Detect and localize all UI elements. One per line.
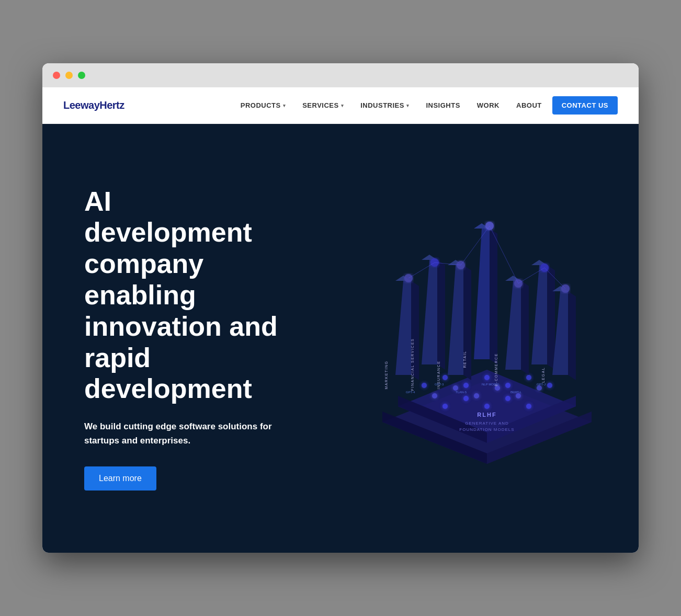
svg-marker-43 bbox=[505, 281, 521, 370]
svg-marker-51 bbox=[568, 291, 576, 380]
hero-visualization: RLHF GENERATIVE AND FOUNDATION MODELS MA… bbox=[356, 208, 618, 469]
minimize-button[interactable] bbox=[65, 72, 73, 79]
svg-marker-39 bbox=[474, 229, 490, 359]
svg-text:NLP MODEL: NLP MODEL bbox=[482, 383, 500, 386]
learn-more-button[interactable]: Learn more bbox=[84, 466, 156, 490]
svg-text:GPT-J: GPT-J bbox=[537, 383, 546, 386]
svg-text:RETAIL: RETAIL bbox=[463, 351, 467, 368]
nav-link-work[interactable]: WORK bbox=[471, 97, 506, 113]
svg-text:E-COMMERCE: E-COMMERCE bbox=[494, 353, 498, 386]
hero-subtitle: We build cutting edge software solutions… bbox=[84, 419, 283, 448]
nav-item-services[interactable]: SERVICES ▾ bbox=[296, 97, 350, 113]
svg-point-11 bbox=[526, 375, 531, 380]
maximize-button[interactable] bbox=[78, 72, 85, 79]
nav-links: PRODUCTS ▾ SERVICES ▾ INDUSTRIES ▾ INSIG… bbox=[234, 96, 618, 115]
svg-marker-27 bbox=[395, 281, 411, 375]
nav-link-insights[interactable]: INSIGHTS bbox=[419, 97, 466, 113]
browser-chrome bbox=[42, 63, 639, 87]
svg-point-9 bbox=[484, 375, 490, 380]
svg-marker-48 bbox=[547, 265, 555, 370]
hero-section: AI development company enabling innovati… bbox=[42, 124, 639, 553]
svg-point-19 bbox=[442, 404, 448, 409]
nav-item-products[interactable]: PRODUCTS ▾ bbox=[234, 97, 292, 113]
chevron-down-icon: ▾ bbox=[341, 103, 344, 108]
svg-marker-47 bbox=[531, 265, 547, 364]
nav-link-services[interactable]: SERVICES ▾ bbox=[296, 97, 350, 113]
svg-text:BERT-L: BERT-L bbox=[510, 391, 522, 394]
hero-title: AI development company enabling innovati… bbox=[84, 186, 283, 405]
svg-point-8 bbox=[463, 383, 469, 388]
navbar: LeewayHertz PRODUCTS ▾ SERVICES ▾ INDUST… bbox=[42, 87, 639, 124]
svg-text:GENERATIVE AND: GENERATIVE AND bbox=[465, 421, 509, 426]
svg-text:MARKETING: MARKETING bbox=[384, 360, 388, 389]
svg-point-18 bbox=[537, 385, 542, 391]
hero-content: AI development company enabling innovati… bbox=[42, 144, 325, 533]
svg-text:LEGAL: LEGAL bbox=[541, 367, 545, 383]
nav-item-industries[interactable]: INDUSTRIES ▾ bbox=[354, 97, 415, 113]
svg-point-15 bbox=[474, 393, 479, 398]
nav-link-industries[interactable]: INDUSTRIES ▾ bbox=[354, 97, 415, 113]
chevron-down-icon: ▾ bbox=[283, 103, 286, 108]
nav-link-products[interactable]: PRODUCTS ▾ bbox=[234, 97, 292, 113]
svg-point-7 bbox=[442, 375, 448, 380]
svg-point-14 bbox=[453, 385, 458, 391]
svg-text:RLHF: RLHF bbox=[477, 412, 496, 418]
svg-marker-35 bbox=[448, 265, 463, 375]
svg-point-22 bbox=[505, 396, 510, 401]
nav-item-about[interactable]: ABOUT bbox=[510, 97, 548, 113]
nav-item-contact[interactable]: CONTACT US bbox=[552, 96, 618, 115]
svg-point-10 bbox=[505, 383, 510, 388]
svg-point-6 bbox=[422, 383, 427, 388]
nav-item-insights[interactable]: INSIGHTS bbox=[419, 97, 466, 113]
contact-us-button[interactable]: CONTACT US bbox=[552, 96, 618, 115]
svg-point-13 bbox=[432, 393, 437, 398]
svg-text:GPT-4: GPT-4 bbox=[406, 391, 415, 394]
svg-text:GPT-3: GPT-3 bbox=[435, 383, 444, 386]
industry-chart-svg: RLHF GENERATIVE AND FOUNDATION MODELS MA… bbox=[356, 208, 618, 469]
svg-text:TLAN-S: TLAN-S bbox=[456, 391, 467, 394]
nav-item-work[interactable]: WORK bbox=[471, 97, 506, 113]
svg-marker-31 bbox=[422, 260, 437, 364]
chevron-down-icon: ▾ bbox=[406, 103, 410, 108]
site-logo[interactable]: LeewayHertz bbox=[63, 99, 124, 111]
close-button[interactable] bbox=[53, 72, 60, 79]
nav-link-about[interactable]: ABOUT bbox=[510, 97, 548, 113]
svg-point-23 bbox=[526, 404, 531, 409]
svg-point-12 bbox=[547, 383, 552, 388]
svg-text:FOUNDATION MODELS: FOUNDATION MODELS bbox=[459, 427, 514, 432]
svg-point-20 bbox=[463, 396, 469, 401]
svg-text:FINANCIAL SERVICES: FINANCIAL SERVICES bbox=[411, 338, 414, 391]
svg-marker-44 bbox=[521, 281, 529, 375]
svg-marker-32 bbox=[437, 260, 445, 370]
browser-window: LeewayHertz PRODUCTS ▾ SERVICES ▾ INDUST… bbox=[42, 63, 639, 553]
svg-marker-40 bbox=[490, 229, 497, 364]
svg-point-17 bbox=[516, 393, 521, 398]
3d-chart-container: RLHF GENERATIVE AND FOUNDATION MODELS MA… bbox=[356, 208, 618, 469]
svg-point-21 bbox=[484, 404, 490, 409]
